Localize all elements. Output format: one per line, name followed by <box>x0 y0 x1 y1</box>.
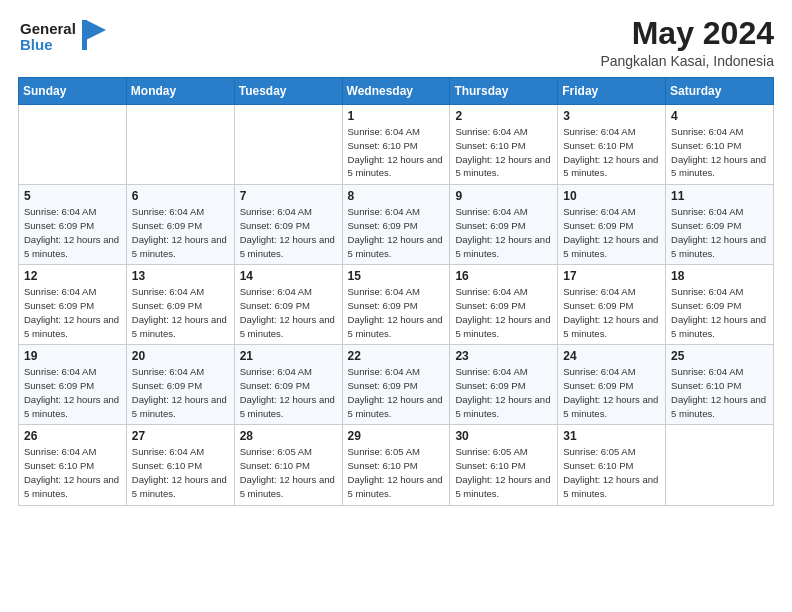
day-info: Sunrise: 6:04 AMSunset: 6:10 PMDaylight:… <box>455 125 552 180</box>
calendar-cell: 1Sunrise: 6:04 AMSunset: 6:10 PMDaylight… <box>342 105 450 185</box>
day-number: 27 <box>132 429 229 443</box>
calendar-week-row: 12Sunrise: 6:04 AMSunset: 6:09 PMDayligh… <box>19 265 774 345</box>
day-info: Sunrise: 6:04 AMSunset: 6:09 PMDaylight:… <box>240 285 337 340</box>
calendar-cell: 7Sunrise: 6:04 AMSunset: 6:09 PMDaylight… <box>234 185 342 265</box>
day-number: 29 <box>348 429 445 443</box>
calendar-week-row: 5Sunrise: 6:04 AMSunset: 6:09 PMDaylight… <box>19 185 774 265</box>
calendar-cell: 28Sunrise: 6:05 AMSunset: 6:10 PMDayligh… <box>234 425 342 505</box>
calendar-cell: 30Sunrise: 6:05 AMSunset: 6:10 PMDayligh… <box>450 425 558 505</box>
day-info: Sunrise: 6:04 AMSunset: 6:09 PMDaylight:… <box>240 365 337 420</box>
day-number: 9 <box>455 189 552 203</box>
day-info: Sunrise: 6:04 AMSunset: 6:09 PMDaylight:… <box>671 285 768 340</box>
calendar-week-row: 26Sunrise: 6:04 AMSunset: 6:10 PMDayligh… <box>19 425 774 505</box>
day-number: 5 <box>24 189 121 203</box>
day-info: Sunrise: 6:04 AMSunset: 6:09 PMDaylight:… <box>132 365 229 420</box>
calendar-cell: 21Sunrise: 6:04 AMSunset: 6:09 PMDayligh… <box>234 345 342 425</box>
day-number: 6 <box>132 189 229 203</box>
calendar-cell: 27Sunrise: 6:04 AMSunset: 6:10 PMDayligh… <box>126 425 234 505</box>
calendar-week-row: 19Sunrise: 6:04 AMSunset: 6:09 PMDayligh… <box>19 345 774 425</box>
day-number: 15 <box>348 269 445 283</box>
day-number: 24 <box>563 349 660 363</box>
day-number: 19 <box>24 349 121 363</box>
calendar-week-row: 1Sunrise: 6:04 AMSunset: 6:10 PMDaylight… <box>19 105 774 185</box>
calendar-cell: 25Sunrise: 6:04 AMSunset: 6:10 PMDayligh… <box>666 345 774 425</box>
day-info: Sunrise: 6:04 AMSunset: 6:09 PMDaylight:… <box>563 365 660 420</box>
day-number: 20 <box>132 349 229 363</box>
svg-text:Blue: Blue <box>20 36 53 53</box>
calendar-cell: 6Sunrise: 6:04 AMSunset: 6:09 PMDaylight… <box>126 185 234 265</box>
day-info: Sunrise: 6:04 AMSunset: 6:09 PMDaylight:… <box>132 205 229 260</box>
day-info: Sunrise: 6:04 AMSunset: 6:09 PMDaylight:… <box>24 205 121 260</box>
calendar-cell: 31Sunrise: 6:05 AMSunset: 6:10 PMDayligh… <box>558 425 666 505</box>
day-number: 2 <box>455 109 552 123</box>
day-number: 21 <box>240 349 337 363</box>
day-number: 22 <box>348 349 445 363</box>
header-wednesday: Wednesday <box>342 78 450 105</box>
day-info: Sunrise: 6:04 AMSunset: 6:09 PMDaylight:… <box>563 205 660 260</box>
day-info: Sunrise: 6:04 AMSunset: 6:09 PMDaylight:… <box>132 285 229 340</box>
day-number: 11 <box>671 189 768 203</box>
calendar-cell <box>234 105 342 185</box>
calendar-cell: 19Sunrise: 6:04 AMSunset: 6:09 PMDayligh… <box>19 345 127 425</box>
calendar-title: May 2024 <box>600 16 774 51</box>
day-number: 3 <box>563 109 660 123</box>
day-info: Sunrise: 6:04 AMSunset: 6:09 PMDaylight:… <box>24 285 121 340</box>
day-info: Sunrise: 6:04 AMSunset: 6:09 PMDaylight:… <box>455 365 552 420</box>
calendar-cell: 18Sunrise: 6:04 AMSunset: 6:09 PMDayligh… <box>666 265 774 345</box>
title-block: May 2024 Pangkalan Kasai, Indonesia <box>600 16 774 69</box>
header-friday: Friday <box>558 78 666 105</box>
calendar-cell <box>126 105 234 185</box>
calendar-cell: 2Sunrise: 6:04 AMSunset: 6:10 PMDaylight… <box>450 105 558 185</box>
calendar-cell: 15Sunrise: 6:04 AMSunset: 6:09 PMDayligh… <box>342 265 450 345</box>
day-info: Sunrise: 6:04 AMSunset: 6:09 PMDaylight:… <box>671 205 768 260</box>
day-info: Sunrise: 6:04 AMSunset: 6:09 PMDaylight:… <box>455 285 552 340</box>
day-number: 26 <box>24 429 121 443</box>
day-info: Sunrise: 6:05 AMSunset: 6:10 PMDaylight:… <box>563 445 660 500</box>
day-info: Sunrise: 6:04 AMSunset: 6:09 PMDaylight:… <box>563 285 660 340</box>
day-number: 30 <box>455 429 552 443</box>
calendar-cell: 11Sunrise: 6:04 AMSunset: 6:09 PMDayligh… <box>666 185 774 265</box>
calendar-cell: 23Sunrise: 6:04 AMSunset: 6:09 PMDayligh… <box>450 345 558 425</box>
calendar-cell: 14Sunrise: 6:04 AMSunset: 6:09 PMDayligh… <box>234 265 342 345</box>
header-tuesday: Tuesday <box>234 78 342 105</box>
calendar-cell: 9Sunrise: 6:04 AMSunset: 6:09 PMDaylight… <box>450 185 558 265</box>
calendar-cell: 29Sunrise: 6:05 AMSunset: 6:10 PMDayligh… <box>342 425 450 505</box>
day-info: Sunrise: 6:05 AMSunset: 6:10 PMDaylight:… <box>455 445 552 500</box>
weekday-header-row: Sunday Monday Tuesday Wednesday Thursday… <box>19 78 774 105</box>
calendar-cell: 5Sunrise: 6:04 AMSunset: 6:09 PMDaylight… <box>19 185 127 265</box>
calendar-cell <box>666 425 774 505</box>
logo: General Blue <box>18 16 108 62</box>
day-number: 25 <box>671 349 768 363</box>
calendar-cell: 26Sunrise: 6:04 AMSunset: 6:10 PMDayligh… <box>19 425 127 505</box>
day-number: 17 <box>563 269 660 283</box>
svg-rect-3 <box>82 20 87 50</box>
day-info: Sunrise: 6:04 AMSunset: 6:09 PMDaylight:… <box>240 205 337 260</box>
day-info: Sunrise: 6:04 AMSunset: 6:09 PMDaylight:… <box>24 365 121 420</box>
header-saturday: Saturday <box>666 78 774 105</box>
calendar-table: Sunday Monday Tuesday Wednesday Thursday… <box>18 77 774 505</box>
calendar-cell: 17Sunrise: 6:04 AMSunset: 6:09 PMDayligh… <box>558 265 666 345</box>
calendar-cell: 12Sunrise: 6:04 AMSunset: 6:09 PMDayligh… <box>19 265 127 345</box>
calendar-cell: 10Sunrise: 6:04 AMSunset: 6:09 PMDayligh… <box>558 185 666 265</box>
day-number: 28 <box>240 429 337 443</box>
page: General Blue May 2024 Pangkalan Kasai, I… <box>0 0 792 612</box>
header-thursday: Thursday <box>450 78 558 105</box>
calendar-cell: 20Sunrise: 6:04 AMSunset: 6:09 PMDayligh… <box>126 345 234 425</box>
day-info: Sunrise: 6:05 AMSunset: 6:10 PMDaylight:… <box>240 445 337 500</box>
day-info: Sunrise: 6:04 AMSunset: 6:10 PMDaylight:… <box>671 365 768 420</box>
svg-marker-2 <box>86 20 106 40</box>
calendar-cell: 4Sunrise: 6:04 AMSunset: 6:10 PMDaylight… <box>666 105 774 185</box>
day-number: 14 <box>240 269 337 283</box>
day-number: 23 <box>455 349 552 363</box>
day-info: Sunrise: 6:04 AMSunset: 6:09 PMDaylight:… <box>348 365 445 420</box>
day-info: Sunrise: 6:04 AMSunset: 6:10 PMDaylight:… <box>348 125 445 180</box>
day-number: 10 <box>563 189 660 203</box>
header: General Blue May 2024 Pangkalan Kasai, I… <box>18 16 774 69</box>
day-number: 4 <box>671 109 768 123</box>
day-info: Sunrise: 6:04 AMSunset: 6:10 PMDaylight:… <box>671 125 768 180</box>
calendar-cell: 22Sunrise: 6:04 AMSunset: 6:09 PMDayligh… <box>342 345 450 425</box>
day-number: 8 <box>348 189 445 203</box>
day-number: 18 <box>671 269 768 283</box>
calendar-cell: 24Sunrise: 6:04 AMSunset: 6:09 PMDayligh… <box>558 345 666 425</box>
svg-text:General: General <box>20 20 76 37</box>
